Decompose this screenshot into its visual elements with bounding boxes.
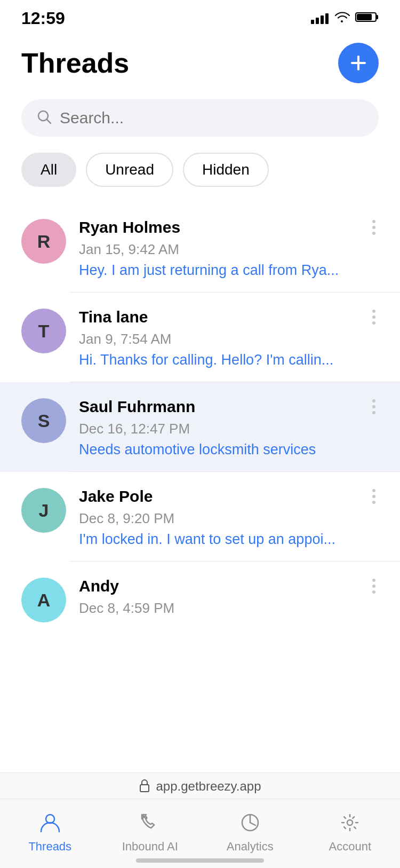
thread-name: Tina lane bbox=[79, 308, 148, 326]
more-options-button[interactable] bbox=[369, 306, 379, 328]
url-bar: app.getbreezy.app bbox=[0, 772, 400, 799]
thread-preview: Hi. Thanks for calling. Hello? I'm calli… bbox=[79, 352, 356, 368]
more-dot bbox=[372, 226, 375, 229]
nav-inbound-ai-label: Inbound AI bbox=[122, 840, 178, 854]
more-dot bbox=[372, 411, 375, 414]
search-icon bbox=[36, 109, 52, 127]
status-bar: 12:59 bbox=[0, 0, 400, 32]
lock-icon bbox=[139, 778, 150, 794]
more-options-button[interactable] bbox=[369, 217, 379, 238]
thread-name: Ryan Holmes bbox=[79, 218, 180, 236]
avatar: R bbox=[21, 219, 66, 264]
thread-preview: Needs automotive locksmith services bbox=[79, 441, 356, 458]
wifi-icon bbox=[334, 11, 350, 25]
thread-preview: I'm locked in. I want to set up an appoi… bbox=[79, 531, 356, 548]
more-options-button[interactable] bbox=[369, 575, 379, 597]
avatar: A bbox=[21, 578, 66, 622]
thread-item[interactable]: T Tina lane Jan 9, 7:54 AM Hi. Thanks fo… bbox=[0, 293, 400, 382]
filter-all[interactable]: All bbox=[21, 153, 76, 187]
nav-inbound-ai[interactable]: Inbound AI bbox=[100, 807, 201, 854]
thread-name: Andy bbox=[79, 577, 119, 595]
signal-icon bbox=[311, 12, 329, 24]
header: Threads bbox=[0, 32, 400, 94]
nav-account[interactable]: Account bbox=[300, 807, 401, 854]
more-dot bbox=[372, 399, 375, 403]
filter-hidden[interactable]: Hidden bbox=[183, 153, 269, 187]
thread-date: Jan 15, 9:42 AM bbox=[79, 241, 379, 258]
phone-incoming-icon bbox=[136, 809, 164, 837]
nav-analytics[interactable]: Analytics bbox=[200, 807, 300, 854]
svg-point-10 bbox=[347, 820, 353, 825]
thread-name: Jake Pole bbox=[79, 487, 153, 506]
nav-account-label: Account bbox=[329, 840, 372, 854]
svg-rect-1 bbox=[376, 15, 378, 19]
more-dot bbox=[372, 579, 375, 582]
more-dot bbox=[372, 489, 375, 492]
thread-content: Andy Dec 8, 4:59 PM bbox=[79, 575, 379, 621]
thread-header-row: Jake Pole bbox=[79, 486, 379, 507]
more-options-button[interactable] bbox=[369, 486, 379, 507]
filter-pills: All Unread Hidden bbox=[0, 147, 400, 203]
status-time: 12:59 bbox=[21, 9, 65, 28]
thread-date: Dec 8, 9:20 PM bbox=[79, 510, 379, 527]
search-container bbox=[0, 94, 400, 147]
thread-header-row: Andy bbox=[79, 575, 379, 597]
gear-icon bbox=[336, 809, 364, 837]
more-dot bbox=[372, 310, 375, 313]
nav-threads[interactable]: Threads bbox=[0, 807, 100, 854]
status-icons bbox=[311, 11, 379, 25]
nav-analytics-label: Analytics bbox=[227, 840, 274, 854]
avatar: J bbox=[21, 488, 66, 533]
thread-name: Saul Fuhrmann bbox=[79, 398, 195, 416]
search-bar[interactable] bbox=[21, 99, 379, 137]
more-options-button[interactable] bbox=[369, 396, 379, 417]
thread-date: Dec 8, 4:59 PM bbox=[79, 600, 379, 617]
thread-item[interactable]: J Jake Pole Dec 8, 9:20 PM I'm locked in… bbox=[0, 472, 400, 562]
chart-icon bbox=[236, 809, 264, 837]
page-title: Threads bbox=[21, 47, 129, 79]
thread-preview: Hey. I am just returning a call from Rya… bbox=[79, 262, 356, 279]
bottom-nav: Threads Inbound AI Analytics bbox=[0, 799, 400, 868]
svg-line-6 bbox=[47, 120, 51, 123]
thread-content: Tina lane Jan 9, 7:54 AM Hi. Thanks for … bbox=[79, 306, 379, 368]
svg-rect-7 bbox=[140, 785, 149, 792]
thread-date: Jan 9, 7:54 AM bbox=[79, 331, 379, 348]
thread-item[interactable]: S Saul Fuhrmann Dec 16, 12:47 PM Needs a… bbox=[0, 382, 400, 472]
add-thread-button[interactable] bbox=[338, 43, 379, 83]
thread-item[interactable]: A Andy Dec 8, 4:59 PM bbox=[0, 562, 400, 636]
thread-item[interactable]: R Ryan Holmes Jan 15, 9:42 AM Hey. I am … bbox=[0, 203, 400, 293]
thread-list: R Ryan Holmes Jan 15, 9:42 AM Hey. I am … bbox=[0, 203, 400, 636]
url-text: app.getbreezy.app bbox=[156, 779, 261, 794]
more-dot bbox=[372, 501, 375, 504]
more-dot bbox=[372, 585, 375, 588]
more-dot bbox=[372, 590, 375, 594]
battery-icon bbox=[355, 11, 379, 25]
thread-header-row: Ryan Holmes bbox=[79, 217, 379, 238]
thread-header-row: Saul Fuhrmann bbox=[79, 396, 379, 417]
thread-content: Ryan Holmes Jan 15, 9:42 AM Hey. I am ju… bbox=[79, 217, 379, 279]
home-indicator bbox=[136, 858, 264, 863]
filter-unread[interactable]: Unread bbox=[86, 153, 173, 187]
more-dot bbox=[372, 220, 375, 223]
svg-point-8 bbox=[46, 815, 54, 823]
nav-threads-label: Threads bbox=[28, 840, 71, 854]
more-dot bbox=[372, 321, 375, 325]
more-dot bbox=[372, 315, 375, 319]
avatar: T bbox=[21, 309, 66, 353]
thread-date: Dec 16, 12:47 PM bbox=[79, 421, 379, 437]
svg-rect-2 bbox=[357, 14, 372, 20]
thread-content: Jake Pole Dec 8, 9:20 PM I'm locked in. … bbox=[79, 486, 379, 548]
more-dot bbox=[372, 405, 375, 408]
more-dot bbox=[372, 495, 375, 498]
thread-content: Saul Fuhrmann Dec 16, 12:47 PM Needs aut… bbox=[79, 396, 379, 458]
more-dot bbox=[372, 232, 375, 235]
person-icon bbox=[36, 809, 64, 837]
avatar: S bbox=[21, 398, 66, 443]
search-input[interactable] bbox=[60, 109, 364, 127]
thread-header-row: Tina lane bbox=[79, 306, 379, 328]
